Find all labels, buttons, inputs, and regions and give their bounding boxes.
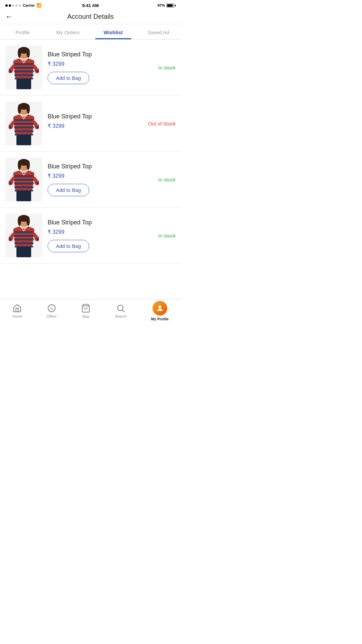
product-image bbox=[5, 46, 42, 89]
home-icon bbox=[12, 304, 22, 313]
status-time: 9:41 AM bbox=[82, 3, 99, 8]
wishlist-item: Blue Striped Top ₹ 3299 Add to Bag In st… bbox=[0, 208, 181, 264]
svg-rect-30 bbox=[16, 135, 31, 145]
item-name: Blue Striped Top bbox=[48, 51, 153, 58]
profile-avatar bbox=[153, 301, 167, 316]
item-price: ₹ 3299 bbox=[48, 173, 153, 179]
tab-profile[interactable]: Profile bbox=[0, 24, 45, 39]
svg-point-49 bbox=[18, 216, 21, 226]
product-image bbox=[5, 102, 42, 145]
svg-line-65 bbox=[123, 310, 125, 312]
tab-wishlist[interactable]: Wishlist bbox=[90, 24, 136, 39]
svg-rect-59 bbox=[36, 238, 39, 240]
nav-bag-label: Bag bbox=[82, 314, 89, 318]
item-details: Blue Striped Top ₹ 3299 Add to Bag bbox=[48, 51, 153, 84]
svg-rect-45 bbox=[16, 191, 31, 201]
svg-point-19 bbox=[18, 104, 21, 114]
svg-rect-37 bbox=[14, 179, 34, 181]
tab-my-orders[interactable]: My Orders bbox=[45, 24, 90, 39]
header: ← Account Details bbox=[0, 9, 181, 24]
item-status: In stock bbox=[158, 65, 176, 70]
wishlist-item: Blue Striped Top ₹ 3299 Add to Bag In st… bbox=[0, 40, 181, 96]
item-price: ₹ 3299 bbox=[48, 229, 153, 235]
svg-point-50 bbox=[26, 216, 30, 226]
wifi-icon: 📶 bbox=[37, 3, 42, 8]
nav-home-label: Home bbox=[12, 314, 22, 318]
svg-point-5 bbox=[26, 48, 30, 58]
item-details: Blue Striped Top ₹ 3299 Add to Bag bbox=[48, 163, 153, 196]
signal-strength bbox=[5, 4, 21, 7]
svg-rect-9 bbox=[14, 74, 34, 76]
bottom-navigation: Home % Offers Bag Search My Profile bbox=[0, 299, 181, 322]
svg-point-34 bbox=[18, 160, 21, 170]
item-status: In stock bbox=[158, 177, 176, 182]
nav-profile-label: My Profile bbox=[151, 317, 169, 321]
item-name: Blue Striped Top bbox=[48, 163, 153, 170]
tab-saved-ad[interactable]: Saved Ad bbox=[136, 24, 181, 39]
add-to-bag-button[interactable]: Add to Bag bbox=[48, 240, 89, 252]
svg-point-4 bbox=[18, 48, 21, 58]
svg-rect-24 bbox=[14, 130, 34, 132]
item-name: Blue Striped Top bbox=[48, 113, 142, 120]
svg-rect-44 bbox=[36, 182, 39, 184]
status-right: 97% bbox=[158, 3, 176, 7]
item-price: ₹ 3299 bbox=[48, 123, 142, 129]
svg-rect-23 bbox=[14, 126, 34, 128]
page-title: Account Details bbox=[67, 13, 114, 20]
item-details: Blue Striped Top ₹ 3299 Add to Bag bbox=[48, 219, 153, 252]
svg-rect-14 bbox=[36, 70, 39, 72]
tabs-bar: Profile My Orders Wishlist Saved Ad bbox=[0, 24, 181, 40]
svg-rect-29 bbox=[36, 126, 39, 128]
item-status: In stock bbox=[158, 233, 176, 238]
carrier-label: Carrier bbox=[23, 3, 35, 7]
battery-icon bbox=[167, 4, 176, 7]
svg-rect-15 bbox=[16, 79, 31, 89]
svg-rect-38 bbox=[14, 182, 34, 184]
svg-rect-27 bbox=[9, 126, 11, 128]
svg-rect-53 bbox=[14, 238, 34, 240]
nav-home[interactable]: Home bbox=[12, 304, 22, 318]
svg-rect-39 bbox=[14, 186, 34, 188]
svg-rect-12 bbox=[9, 70, 11, 72]
nav-bag[interactable]: Bag bbox=[81, 304, 90, 318]
svg-rect-22 bbox=[14, 123, 34, 125]
item-price: ₹ 3299 bbox=[48, 61, 153, 67]
svg-rect-54 bbox=[14, 242, 34, 244]
svg-rect-60 bbox=[16, 247, 31, 257]
nav-search-label: Search bbox=[115, 314, 127, 318]
svg-point-66 bbox=[159, 306, 161, 308]
nav-offers-label: Offers bbox=[47, 314, 57, 318]
svg-point-64 bbox=[118, 305, 123, 310]
item-status: Out of Stock bbox=[148, 121, 176, 126]
back-button[interactable]: ← bbox=[5, 13, 13, 20]
wishlist-item: Blue Striped Top ₹ 3299 Add to Bag In st… bbox=[0, 152, 181, 208]
product-image bbox=[5, 214, 42, 257]
svg-rect-7 bbox=[14, 67, 34, 69]
product-image bbox=[5, 158, 42, 201]
status-bar: Carrier 📶 9:41 AM 97% bbox=[0, 0, 181, 9]
svg-point-20 bbox=[26, 104, 30, 114]
svg-rect-8 bbox=[14, 70, 34, 72]
profile-icon bbox=[156, 304, 164, 312]
item-details: Blue Striped Top ₹ 3299 bbox=[48, 113, 142, 134]
item-name: Blue Striped Top bbox=[48, 219, 153, 226]
add-to-bag-button[interactable]: Add to Bag bbox=[48, 72, 89, 84]
svg-rect-52 bbox=[14, 235, 34, 237]
search-icon bbox=[116, 304, 125, 313]
wishlist-container: Blue Striped Top ₹ 3299 Add to Bag In st… bbox=[0, 40, 181, 291]
nav-offers[interactable]: % Offers bbox=[47, 304, 57, 318]
status-left: Carrier 📶 bbox=[5, 3, 42, 8]
offers-icon: % bbox=[47, 304, 56, 313]
wishlist-item: Blue Striped Top ₹ 3299 Out of Stock bbox=[0, 96, 181, 152]
svg-rect-42 bbox=[9, 182, 11, 184]
nav-my-profile[interactable]: My Profile bbox=[151, 301, 169, 321]
add-to-bag-button[interactable]: Add to Bag bbox=[48, 184, 89, 196]
svg-rect-57 bbox=[9, 238, 11, 240]
battery-percent: 97% bbox=[158, 3, 165, 7]
bag-icon bbox=[81, 304, 90, 313]
svg-text:%: % bbox=[50, 306, 53, 310]
svg-point-35 bbox=[26, 160, 30, 170]
nav-search[interactable]: Search bbox=[115, 304, 127, 318]
